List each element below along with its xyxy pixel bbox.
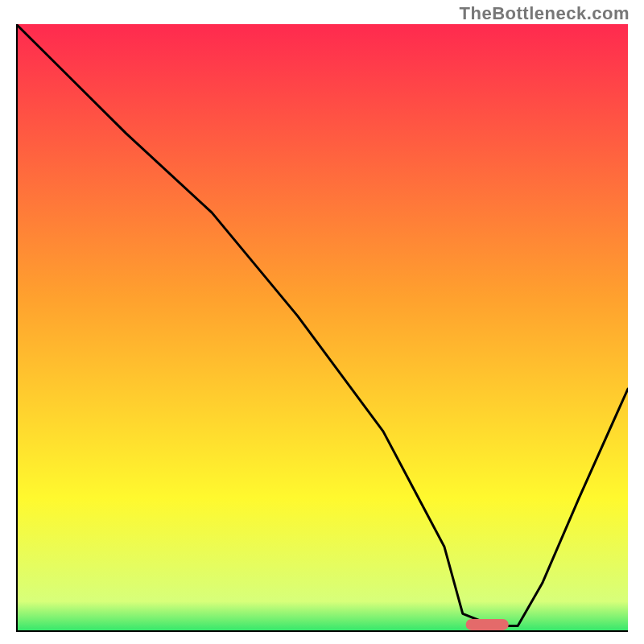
bottleneck-chart bbox=[16, 24, 628, 632]
chart-container bbox=[16, 24, 628, 632]
svg-rect-3 bbox=[466, 619, 509, 630]
watermark-text: TheBottleneck.com bbox=[460, 3, 630, 24]
